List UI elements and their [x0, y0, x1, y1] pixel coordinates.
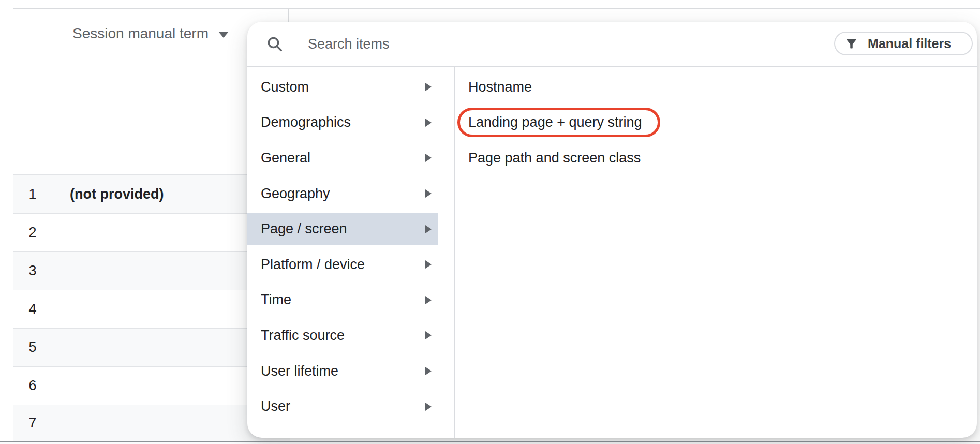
category-label: User lifetime: [261, 363, 425, 379]
category-label: Traffic source: [261, 328, 425, 344]
chevron-right-icon: [425, 189, 432, 198]
dimension-picker-body: Custom Demographics General Geography Pa…: [247, 67, 977, 438]
category-label: User: [261, 398, 425, 415]
row-value: (not provided): [70, 175, 164, 213]
category-platform-device[interactable]: Platform / device: [247, 247, 454, 283]
item-label: Hostname: [468, 79, 532, 95]
category-label: Custom: [261, 79, 425, 95]
category-label: Time: [261, 292, 425, 308]
category-traffic-source[interactable]: Traffic source: [247, 318, 454, 353]
item-page-path-screen-class[interactable]: Page path and screen class: [455, 140, 977, 176]
search-bar: Manual filters: [247, 22, 977, 67]
manual-filters-button[interactable]: Manual filters: [834, 32, 973, 55]
item-label: Landing page + query string: [468, 114, 642, 130]
row-index: 1: [22, 175, 43, 213]
item-hostname[interactable]: Hostname: [455, 69, 977, 105]
category-page-screen[interactable]: Page / screen: [247, 211, 454, 247]
item-landing-page-query-string[interactable]: Landing page + query string: [455, 105, 977, 141]
category-label: Geography: [261, 186, 425, 202]
chevron-right-icon: [425, 331, 432, 339]
row-index: 3: [22, 252, 43, 290]
category-demographics[interactable]: Demographics: [247, 105, 454, 141]
row-index: 6: [22, 367, 43, 405]
chevron-right-icon: [425, 296, 432, 304]
column-header-label: Session manual term: [72, 25, 209, 42]
category-list: Custom Demographics General Geography Pa…: [247, 67, 455, 438]
chevron-right-icon: [425, 154, 432, 162]
category-user[interactable]: User: [247, 389, 454, 424]
row-index: 4: [22, 290, 43, 328]
category-label: General: [261, 150, 425, 166]
row-index: 7: [22, 405, 43, 441]
search-icon: [266, 35, 284, 53]
category-general[interactable]: General: [247, 140, 454, 176]
chevron-down-icon: [218, 32, 229, 38]
dimension-picker-panel: Manual filters Custom Demographics Gener…: [247, 22, 977, 438]
dimension-item-list: Hostname Landing page + query string Pag…: [455, 67, 977, 438]
manual-filters-label: Manual filters: [868, 36, 951, 51]
category-geography[interactable]: Geography: [247, 176, 454, 212]
chevron-right-icon: [425, 260, 432, 269]
row-index: 2: [22, 214, 43, 251]
chevron-right-icon: [425, 119, 432, 127]
chevron-right-icon: [425, 83, 432, 91]
chevron-right-icon: [425, 403, 432, 411]
category-label: Platform / device: [261, 257, 425, 273]
chevron-right-icon: [425, 225, 432, 233]
bottom-strip: [0, 442, 980, 444]
category-label: Demographics: [261, 114, 425, 130]
category-custom[interactable]: Custom: [247, 69, 454, 105]
category-user-lifetime[interactable]: User lifetime: [247, 353, 454, 389]
item-label: Page path and screen class: [468, 150, 641, 166]
category-time[interactable]: Time: [247, 283, 454, 318]
filter-funnel-icon: [844, 37, 858, 51]
chevron-right-icon: [425, 367, 432, 375]
row-index: 5: [22, 329, 43, 366]
column-divider: [288, 9, 289, 22]
category-label: Page / screen: [261, 221, 425, 237]
